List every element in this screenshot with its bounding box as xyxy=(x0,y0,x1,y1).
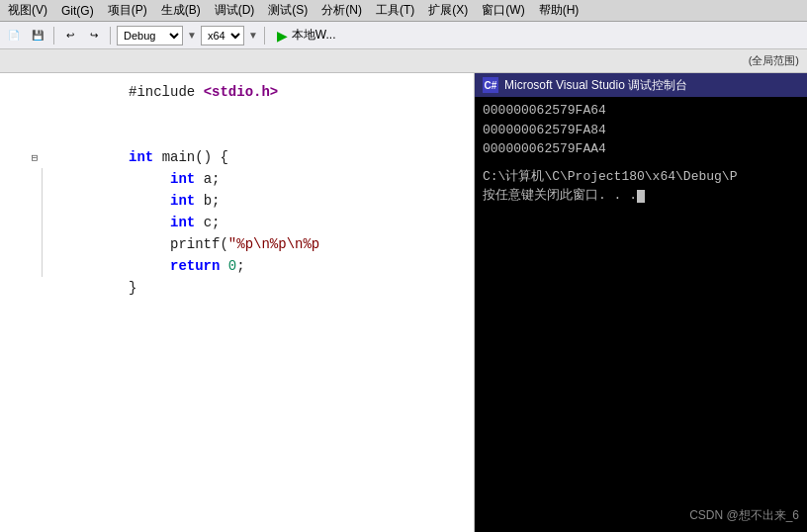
debug-console: C# Microsoft Visual Studio 调试控制台 0000000… xyxy=(475,73,807,532)
menu-tools[interactable]: 工具(T) xyxy=(370,0,420,21)
collapse-main[interactable]: ⊟ xyxy=(28,151,42,164)
menu-test[interactable]: 测试(S) xyxy=(262,0,314,21)
undo-button[interactable]: ↩ xyxy=(60,26,80,45)
code-text-closebrace: } xyxy=(42,264,136,311)
console-path: C:\计算机\C\Project180\x64\Debug\P xyxy=(483,167,799,187)
menu-git[interactable]: Git(G) xyxy=(55,2,100,20)
platform-select[interactable]: x64 x86 xyxy=(201,26,244,45)
debug-config-select[interactable]: Debug Release xyxy=(117,26,183,45)
code-content: #include <stdio.h> ⊟ int main() { xyxy=(0,73,474,307)
breadcrumb: (全局范围) xyxy=(741,49,807,72)
indent-guide-b xyxy=(42,190,55,212)
run-label: 本地W... xyxy=(292,27,336,44)
console-line-3: 000000062579FAA4 xyxy=(483,139,799,159)
new-file-button[interactable]: 📄 xyxy=(4,26,24,45)
console-title-bar: C# Microsoft Visual Studio 调试控制台 xyxy=(475,73,807,97)
console-line-1: 000000062579FA64 xyxy=(483,101,799,121)
menu-project[interactable]: 项目(P) xyxy=(102,0,153,21)
play-icon: ▶ xyxy=(277,28,288,44)
console-content: 000000062579FA64 000000062579FA84 000000… xyxy=(475,97,807,210)
code-line-2 xyxy=(0,103,474,125)
redo-button[interactable]: ↪ xyxy=(84,26,104,45)
run-button[interactable]: ▶ 本地W... xyxy=(271,25,342,45)
code-editor[interactable]: #include <stdio.h> ⊟ int main() { xyxy=(0,73,475,532)
menu-help[interactable]: 帮助(H) xyxy=(533,0,585,21)
menu-window[interactable]: 窗口(W) xyxy=(476,0,530,21)
console-cursor xyxy=(637,190,645,203)
indent-guide-printf xyxy=(42,233,55,255)
console-title: Microsoft Visual Studio 调试控制台 xyxy=(504,77,687,94)
menu-build[interactable]: 生成(B) xyxy=(155,0,207,21)
console-line-2: 000000062579FA84 xyxy=(483,121,799,140)
console-vs-icon: C# xyxy=(483,77,498,93)
console-prompt: 按任意键关闭此窗口. . . xyxy=(483,186,799,206)
menu-analyze[interactable]: 分析(N) xyxy=(315,0,368,21)
watermark: CSDN @想不出来_6 xyxy=(689,507,799,524)
toolbar-separator-3 xyxy=(264,27,265,44)
menu-bar: 视图(V) Git(G) 项目(P) 生成(B) 调试(D) 测试(S) 分析(… xyxy=(0,0,807,22)
menu-debug[interactable]: 调试(D) xyxy=(209,0,261,21)
toolbar: 📄 💾 ↩ ↪ Debug Release ▼ x64 x86 ▼ ▶ 本地W.… xyxy=(0,22,807,49)
code-line-1: #include <stdio.h> xyxy=(0,81,474,103)
save-button[interactable]: 💾 xyxy=(28,26,47,45)
code-line-closebrace: } xyxy=(0,277,474,299)
tab-bar: (全局范围) xyxy=(0,49,807,73)
indent-guide-c xyxy=(42,212,55,233)
main-area: #include <stdio.h> ⊟ int main() { xyxy=(0,73,807,532)
menu-view[interactable]: 视图(V) xyxy=(2,0,53,21)
toolbar-separator-2 xyxy=(110,27,111,44)
toolbar-separator-1 xyxy=(53,27,54,44)
menu-extensions[interactable]: 扩展(X) xyxy=(422,0,474,21)
indent-guide-a xyxy=(42,168,55,190)
